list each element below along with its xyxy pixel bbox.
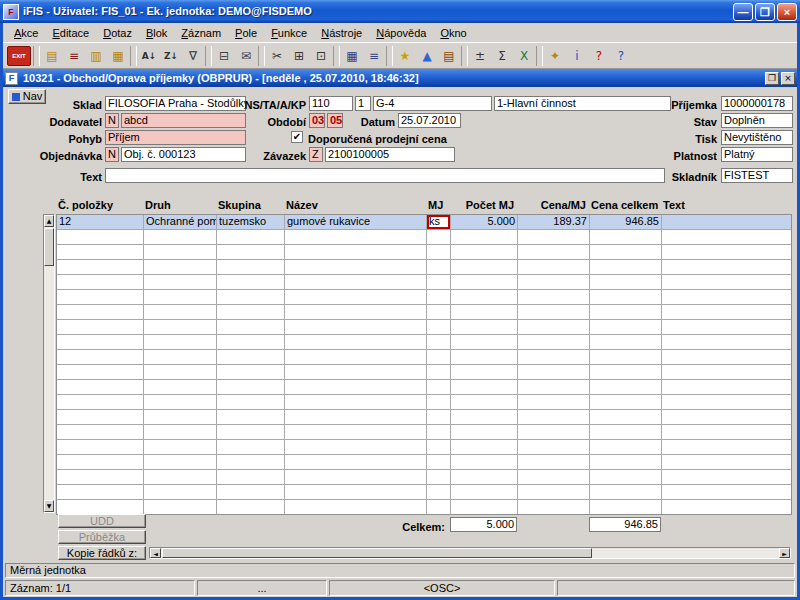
scroll-left-button[interactable]: ◄ xyxy=(150,548,161,558)
table-cell[interactable] xyxy=(662,335,791,349)
table-cell[interactable] xyxy=(590,290,661,304)
table-cell[interactable] xyxy=(590,305,661,319)
table-cell[interactable] xyxy=(590,425,661,439)
table-cell[interactable] xyxy=(451,320,517,334)
table-cell[interactable] xyxy=(451,380,517,394)
table-cell[interactable] xyxy=(285,485,426,499)
star-icon[interactable]: ★ xyxy=(395,46,415,66)
table-cell[interactable] xyxy=(217,410,284,424)
title-bar[interactable]: F iFIS - Uživatel: FIS_01 - Ek. jednotka… xyxy=(0,0,800,23)
table-cell[interactable] xyxy=(662,230,791,244)
table-cell[interactable] xyxy=(285,230,426,244)
folder-keys-icon[interactable]: ▦ xyxy=(108,46,128,66)
table-cell[interactable] xyxy=(217,290,284,304)
table-cell[interactable] xyxy=(451,500,517,514)
table-cell[interactable] xyxy=(217,455,284,469)
menu-item-zaznam[interactable]: Záznam xyxy=(174,24,228,42)
table-cell[interactable] xyxy=(518,500,589,514)
scroll-down-button[interactable]: ▼ xyxy=(44,500,54,512)
table-cell[interactable] xyxy=(662,305,791,319)
table-cell[interactable] xyxy=(590,440,661,454)
table-cell[interactable] xyxy=(427,425,450,439)
table-cell[interactable] xyxy=(590,320,661,334)
table-cell[interactable] xyxy=(144,365,216,379)
ta-field[interactable]: 1 xyxy=(355,96,371,111)
table-cell[interactable] xyxy=(427,275,450,289)
table-cell[interactable] xyxy=(662,245,791,259)
table-cell[interactable] xyxy=(57,395,143,409)
table-cell[interactable] xyxy=(451,275,517,289)
table-cell[interactable] xyxy=(285,335,426,349)
table-cell[interactable] xyxy=(518,470,589,484)
skladnik-field[interactable]: FISTEST xyxy=(721,168,793,183)
mdi-title-bar[interactable]: F 10321 - Obchod/Oprava příjemky (OBPRUR… xyxy=(3,69,797,87)
udd-button[interactable]: UDD xyxy=(58,514,146,528)
table-cell[interactable] xyxy=(662,350,791,364)
close-button[interactable]: × xyxy=(777,3,797,21)
table-cell[interactable] xyxy=(451,425,517,439)
tisk-field[interactable]: Nevytištěno xyxy=(721,130,793,145)
table-cell[interactable] xyxy=(427,455,450,469)
table-cell[interactable] xyxy=(217,485,284,499)
mdi-close-button[interactable]: × xyxy=(781,72,795,85)
table-cell[interactable] xyxy=(57,440,143,454)
table-cell[interactable] xyxy=(427,320,450,334)
scroll-up-button[interactable]: ▲ xyxy=(44,215,54,227)
table-cell[interactable] xyxy=(518,440,589,454)
table-cell[interactable] xyxy=(285,245,426,259)
table-cell[interactable] xyxy=(662,395,791,409)
key-icon[interactable]: ✦ xyxy=(545,46,565,66)
list-icon[interactable]: ≡ xyxy=(364,46,384,66)
context-help-icon[interactable]: ? xyxy=(611,46,631,66)
horizontal-scrollbar[interactable]: ◄ ► xyxy=(149,547,791,559)
excel-icon[interactable]: X xyxy=(514,46,534,66)
table-cell[interactable] xyxy=(590,245,661,259)
sort-asc-icon[interactable]: A↓ xyxy=(139,46,159,66)
table-cell[interactable] xyxy=(451,470,517,484)
table-cell[interactable] xyxy=(285,380,426,394)
table-cell[interactable] xyxy=(451,485,517,499)
table-cell[interactable] xyxy=(285,455,426,469)
table-cell[interactable] xyxy=(144,275,216,289)
table-cell[interactable] xyxy=(57,500,143,514)
table-cell[interactable] xyxy=(217,320,284,334)
table-cell[interactable] xyxy=(57,455,143,469)
table-cell[interactable] xyxy=(662,440,791,454)
table-cell[interactable] xyxy=(217,500,284,514)
library-icon[interactable]: ≡ xyxy=(64,46,84,66)
table-cell[interactable] xyxy=(144,410,216,424)
table-cell[interactable]: 946.85 xyxy=(590,215,661,229)
table-cell[interactable] xyxy=(662,275,791,289)
table-cell[interactable] xyxy=(285,320,426,334)
table-cell[interactable] xyxy=(57,260,143,274)
table-cell[interactable] xyxy=(144,485,216,499)
table-cell[interactable] xyxy=(144,500,216,514)
mdi-restore-button[interactable]: ❐ xyxy=(765,72,779,85)
table-cell[interactable] xyxy=(590,410,661,424)
dodavatel-field[interactable]: abcd xyxy=(121,113,246,128)
table-cell[interactable] xyxy=(590,335,661,349)
table-cell[interactable] xyxy=(285,260,426,274)
table-cell[interactable] xyxy=(144,395,216,409)
table-cell[interactable] xyxy=(590,380,661,394)
table-cell[interactable]: gumové rukavice xyxy=(285,215,426,229)
table-cell[interactable] xyxy=(518,260,589,274)
record-scrollbar[interactable]: ▲ ▼ xyxy=(43,214,55,513)
table-cell[interactable] xyxy=(285,410,426,424)
table-cell[interactable] xyxy=(427,230,450,244)
table-cell[interactable] xyxy=(590,455,661,469)
table-cell[interactable]: ks xyxy=(427,215,450,229)
menu-item-okno[interactable]: Okno xyxy=(433,24,473,42)
obdobi-month-field[interactable]: 03 xyxy=(309,113,325,128)
table-cell[interactable] xyxy=(518,455,589,469)
table-cell[interactable] xyxy=(662,425,791,439)
table-cell[interactable] xyxy=(451,350,517,364)
table-cell[interactable] xyxy=(427,305,450,319)
table-cell[interactable] xyxy=(662,320,791,334)
table-cell[interactable] xyxy=(662,500,791,514)
table-cell[interactable] xyxy=(662,470,791,484)
table-cell[interactable] xyxy=(57,410,143,424)
table-cell[interactable] xyxy=(217,365,284,379)
dodavatel-flag-field[interactable]: N xyxy=(105,113,119,128)
table-cell[interactable] xyxy=(427,245,450,259)
